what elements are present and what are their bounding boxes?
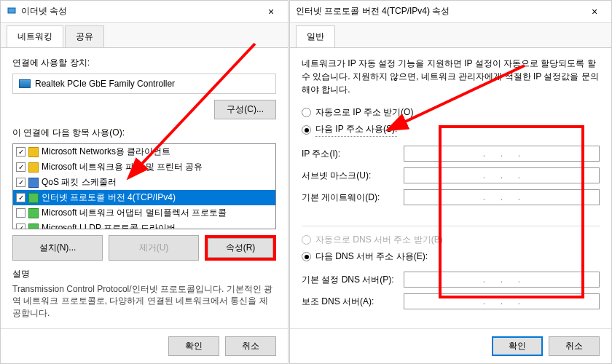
proto-icon [28,193,39,203]
list-item-label: Microsoft 네트워크용 파일 및 프린터 공유 [42,161,203,173]
label-subnet: 서브넷 마스크(U): [302,170,404,182]
cancel-button[interactable]: 취소 [549,336,600,356]
radio-auto-ip[interactable]: 자동으로 IP 주소 받기(O) [302,106,600,119]
body-right: 네트워크가 IP 자동 설정 기능을 지원하면 IP 설정이 자동으로 할당되도… [290,48,611,328]
description-title: 설명 [12,268,276,280]
dns-fields: 기본 설정 DNS 서버(P): ... 보조 DNS 서버(A): ... [302,272,600,315]
checkbox[interactable]: ✓ [16,178,26,187]
checkbox[interactable]: ✓ [16,147,26,157]
titlebar-left: 이더넷 속성 × [1,1,288,23]
list-item[interactable]: Microsoft 네트워크 어댑터 멀티플렉서 프로토콜 [13,205,275,221]
close-icon[interactable]: × [260,6,282,17]
ethernet-icon [7,5,17,17]
tab-networking[interactable]: 네트워킹 [7,25,63,47]
tabstrip-right: 일반 [290,23,611,48]
input-ip[interactable]: ... [404,146,600,162]
window-title-right: 인터넷 프로토콜 버전 4(TCP/IPv4) 속성 [296,5,584,17]
svg-rect-0 [8,8,15,13]
label-dns-primary: 기본 설정 DNS 서버(P): [302,274,404,286]
radio-label: 다음 IP 주소 사용(S): [315,123,397,137]
ipv4-properties-window: 인터넷 프로토콜 버전 4(TCP/IPv4) 속성 × 일반 네트워크가 IP… [289,0,612,364]
checkbox[interactable] [16,208,26,218]
properties-button[interactable]: 속성(R) [208,238,273,258]
radio-manual-ip[interactable]: 다음 IP 주소 사용(S): [302,123,600,137]
list-item-label: QoS 패킷 스케줄러 [42,176,117,189]
input-dns-secondary[interactable]: ... [404,293,600,309]
radio-label: 자동으로 DNS 서버 주소 받기(B) [315,234,443,246]
radio-icon [302,252,311,261]
list-item[interactable]: ✓QoS 패킷 스케줄러 [13,175,275,190]
ip-fields: IP 주소(I): ... 서브넷 마스크(U): ... 기본 게이트웨이(D… [302,146,600,211]
radio-label: 다음 DNS 서버 주소 사용(E): [315,250,428,263]
label-ip: IP 주소(I): [302,148,404,160]
proto-icon [28,208,39,218]
footer-right: 확인 취소 [290,328,611,363]
body-left: 연결에 사용할 장치: Realtek PCIe GbE Family Cont… [1,48,288,328]
tab-general[interactable]: 일반 [296,25,335,47]
description-text: Transmission Control Protocol/인터넷 프로토콜입니… [12,283,276,320]
radio-icon [302,235,311,245]
input-dns-primary[interactable]: ... [404,272,600,288]
list-item[interactable]: ✓Microsoft LLDP 프로토콜 드라이버 [13,221,275,229]
tabstrip-left: 네트워킹 공유 [1,23,288,48]
ok-button[interactable]: 확인 [168,336,219,356]
components-listbox[interactable]: ✓Microsoft Networks용 클라이언트✓Microsoft 네트워… [12,143,276,229]
tab-sharing[interactable]: 공유 [65,25,104,47]
list-item-label: 인터넷 프로토콜 버전 4(TCP/IPv4) [42,191,176,204]
titlebar-right: 인터넷 프로토콜 버전 4(TCP/IPv4) 속성 × [290,1,611,23]
close-icon[interactable]: × [584,6,605,17]
list-item[interactable]: ✓Microsoft 네트워크용 파일 및 프린터 공유 [13,159,275,175]
label-dns-secondary: 보조 DNS 서버(A): [302,296,404,308]
remove-button: 제거(U) [109,235,199,261]
adapter-label: 연결에 사용할 장치: [12,57,276,69]
footer-left: 확인 취소 [1,328,288,363]
configure-button[interactable]: 구성(C)... [214,100,276,119]
checkbox[interactable]: ✓ [16,193,26,202]
list-item[interactable]: ✓Microsoft Networks용 클라이언트 [13,144,275,159]
checkbox[interactable]: ✓ [16,223,26,229]
nic-icon [19,79,31,88]
ethernet-properties-window: 이더넷 속성 × 네트워킹 공유 연결에 사용할 장치: Realtek PCI… [0,0,289,364]
input-gateway[interactable]: ... [404,189,600,205]
action-row: 설치(N)... 제거(U) 속성(R) [12,235,276,261]
ok-button[interactable]: 확인 [492,336,543,356]
install-button[interactable]: 설치(N)... [12,235,103,261]
adapter-box: Realtek PCIe GbE Family Controller [12,74,276,94]
adapter-name: Realtek PCIe GbE Family Controller [35,79,175,89]
radio-label: 자동으로 IP 주소 받기(O) [315,106,413,119]
info-text: 네트워크가 IP 자동 설정 기능을 지원하면 IP 설정이 자동으로 할당되도… [302,57,600,96]
net-icon [28,147,39,157]
radio-manual-dns[interactable]: 다음 DNS 서버 주소 사용(E): [302,250,600,263]
net-icon [28,162,39,173]
checkbox[interactable]: ✓ [16,162,26,172]
cancel-button[interactable]: 취소 [225,336,276,356]
items-label: 이 연결에 다음 항목 사용(O): [12,127,276,139]
qos-icon [28,178,39,188]
label-gateway: 기본 게이트웨이(D): [302,191,404,204]
radio-icon [302,125,311,135]
radio-auto-dns: 자동으로 DNS 서버 주소 받기(B) [302,234,600,246]
list-item-label: Microsoft Networks용 클라이언트 [42,146,170,158]
list-item-label: Microsoft LLDP 프로토콜 드라이버 [42,222,176,229]
input-subnet[interactable]: ... [404,167,600,183]
proto-icon [28,223,39,229]
radio-icon [302,108,311,117]
list-item[interactable]: ✓인터넷 프로토콜 버전 4(TCP/IPv4) [13,190,275,205]
list-item-label: Microsoft 네트워크 어댑터 멀티플렉서 프로토콜 [42,207,227,219]
window-title-left: 이더넷 속성 [21,5,260,17]
